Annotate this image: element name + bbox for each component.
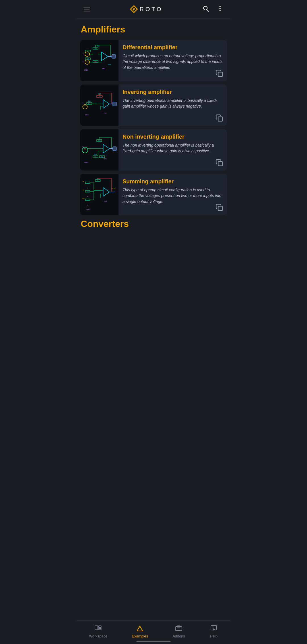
- card-image-non-inverting: 3V V1 R1 1kΩ R2 2kΩ: [80, 129, 119, 171]
- card-desc-non-inverting: The non inverting operational amplifier …: [123, 142, 223, 154]
- app-header: P ROTO: [77, 0, 230, 19]
- card-differential[interactable]: 1kΩ 1kΩ R4 R2 1V V3 5V V1: [80, 40, 227, 81]
- card-image-differential: 1kΩ 1kΩ R4 R2 1V V3 5V V1: [80, 40, 119, 81]
- svg-text:P: P: [133, 7, 135, 11]
- card-desc-inverting: The inverting operational amplifier is b…: [123, 98, 223, 109]
- app-logo: P ROTO: [130, 5, 163, 13]
- svg-text:1kΩ: 1kΩ: [86, 182, 88, 184]
- card-image-summing: 1kΩ 3V 1kΩ 5V 1kΩ 1.5V R4 1kΩ R1 R2 R3: [80, 174, 119, 215]
- svg-text:R4: R4: [94, 48, 96, 49]
- svg-text:V1: V1: [82, 61, 84, 63]
- svg-text:3V: 3V: [82, 181, 84, 182]
- card-inverting[interactable]: R1 1kΩ R2 2kΩ 3V V1: [80, 85, 227, 126]
- svg-text:V1: V1: [82, 102, 83, 104]
- svg-rect-8: [81, 42, 118, 79]
- card-desc-differential: Circuit which produces an output voltage…: [123, 53, 223, 70]
- card-body-differential: Differential amplifier Circuit which pro…: [119, 40, 227, 81]
- card-summing[interactable]: 1kΩ 3V 1kΩ 5V 1kΩ 1.5V R4 1kΩ R1 R2 R3: [80, 174, 227, 215]
- svg-text:R1: R1: [94, 156, 96, 158]
- card-body-summing: Summing amplifier This type of opamp cir…: [119, 174, 227, 215]
- svg-rect-38: [218, 72, 222, 76]
- svg-text:3V: 3V: [84, 148, 86, 150]
- svg-point-5: [219, 6, 221, 7]
- svg-text:V1: V1: [82, 146, 83, 147]
- svg-rect-69: [113, 147, 117, 151]
- svg-text:5V: 5V: [86, 61, 88, 63]
- svg-text:1kΩ: 1kΩ: [88, 100, 90, 102]
- svg-rect-48: [113, 102, 117, 106]
- svg-text:OP1: OP1: [103, 112, 106, 114]
- svg-text:R2: R2: [87, 196, 88, 197]
- main-content: Amplifiers 1kΩ 1kΩ R4 R2: [77, 19, 230, 260]
- svg-text:R2: R2: [101, 156, 103, 158]
- svg-text:R3: R3: [87, 204, 88, 206]
- card-body-inverting: Inverting amplifier The inverting operat…: [119, 85, 227, 126]
- copy-button-differential[interactable]: [215, 69, 224, 78]
- svg-text:2kΩ: 2kΩ: [98, 140, 100, 141]
- svg-text:2kΩ: 2kΩ: [108, 63, 111, 65]
- copy-button-summing[interactable]: [215, 203, 224, 212]
- header-actions: [201, 4, 225, 14]
- card-non-inverting[interactable]: 3V V1 R1 1kΩ R2 2kΩ: [80, 129, 227, 171]
- card-desc-summing: This type of opamp circuit configuration…: [123, 187, 223, 204]
- svg-text:GND1: GND1: [84, 69, 88, 71]
- svg-text:-9.5V: -9.5V: [112, 188, 116, 189]
- svg-text:2kΩ: 2kΩ: [97, 45, 99, 47]
- svg-text:R2: R2: [98, 96, 100, 97]
- svg-text:R2: R2: [94, 61, 96, 63]
- copy-button-inverting[interactable]: [215, 114, 224, 123]
- svg-text:GND1: GND1: [86, 208, 90, 210]
- svg-text:5V: 5V: [82, 189, 84, 191]
- copy-button-non-inverting[interactable]: [215, 159, 224, 168]
- card-title-non-inverting: Non inverting amplifier: [123, 133, 223, 140]
- more-options-button[interactable]: [215, 4, 225, 14]
- card-title-inverting: Inverting amplifier: [123, 89, 223, 95]
- svg-rect-85: [218, 161, 222, 166]
- svg-rect-19: [112, 54, 116, 58]
- svg-text:1kΩ: 1kΩ: [86, 200, 88, 201]
- card-body-non-inverting: Non inverting amplifier The non invertin…: [119, 129, 227, 171]
- svg-text:R1: R1: [88, 103, 90, 104]
- svg-text:OP1: OP1: [103, 158, 106, 160]
- logo-icon: P: [130, 5, 138, 13]
- svg-text:1kΩ: 1kΩ: [86, 191, 88, 192]
- svg-text:GND1: GND1: [85, 114, 89, 116]
- section-title-converters: Converters: [80, 219, 227, 229]
- svg-text:1.5V: 1.5V: [82, 198, 84, 199]
- section-title-amplifiers: Amplifiers: [80, 24, 227, 35]
- svg-text:OP1: OP1: [104, 200, 107, 202]
- svg-line-4: [207, 10, 209, 12]
- svg-text:1kΩ: 1kΩ: [86, 58, 89, 60]
- card-image-inverting: R1 1kΩ R2 2kΩ 3V V1: [80, 85, 119, 126]
- svg-text:3V: 3V: [84, 105, 86, 106]
- logo-text: ROTO: [140, 6, 163, 13]
- svg-text:GND1: GND1: [84, 161, 88, 163]
- svg-point-7: [219, 10, 221, 11]
- svg-point-6: [219, 8, 221, 9]
- svg-text:OP1: OP1: [102, 68, 105, 69]
- svg-text:R4: R4: [97, 180, 99, 182]
- svg-rect-118: [218, 206, 222, 210]
- svg-rect-62: [218, 117, 222, 121]
- menu-button[interactable]: [82, 6, 92, 13]
- svg-text:V3: V3: [82, 53, 84, 55]
- card-title-summing: Summing amplifier: [123, 178, 223, 185]
- search-button[interactable]: [201, 4, 210, 14]
- svg-text:R1: R1: [87, 187, 88, 189]
- svg-text:1V: 1V: [86, 53, 88, 55]
- svg-text:1kΩ: 1kΩ: [94, 153, 97, 155]
- card-title-differential: Differential amplifier: [123, 44, 223, 51]
